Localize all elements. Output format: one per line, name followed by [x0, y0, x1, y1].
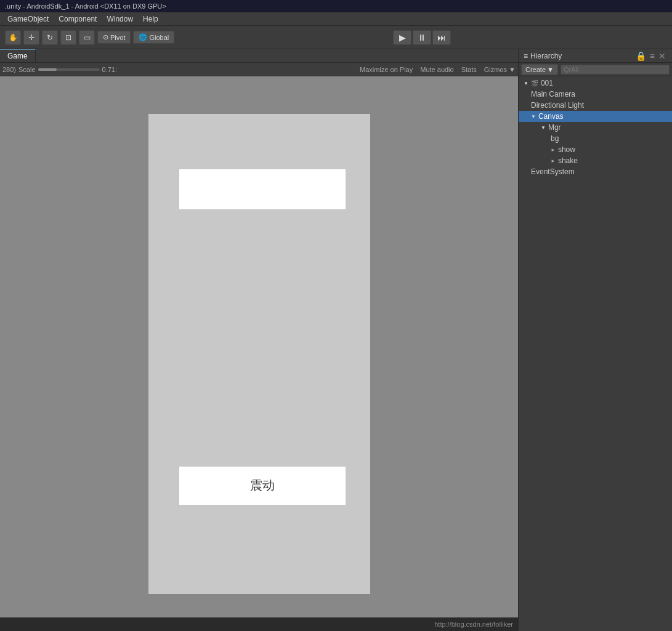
tree-item-label: EventSystem	[531, 167, 575, 176]
game-canvas-area: 震动 http://blog.csdn.net/folliker	[0, 76, 518, 631]
panel-controls: 🔒 ≡ ✕	[634, 51, 667, 61]
play-controls: ▶ ⏸ ⏭	[393, 30, 451, 45]
tree-item-label: Mgr	[548, 123, 561, 132]
bottom-url-bar: http://blog.csdn.net/folliker	[0, 617, 518, 631]
tree-item-label: Canvas	[538, 112, 564, 121]
hierarchy-toolbar: Create ▼	[519, 63, 672, 76]
game-controls-bar: 280) Scale 0.71: Maximize on Play Mute a…	[0, 63, 518, 76]
tree-item-label: shake	[558, 156, 578, 165]
scale-container: 280) Scale 0.71:	[2, 66, 117, 73]
tree-item-directional-light[interactable]: Directional Light	[519, 100, 672, 111]
create-btn[interactable]: Create ▼	[521, 64, 558, 75]
scale-label-text: 280)	[2, 66, 16, 73]
phone-frame: 震动	[148, 114, 370, 594]
scale-value: 0.71:	[102, 66, 117, 73]
pivot-btn[interactable]: ⊙ Pivot	[97, 31, 131, 44]
hierarchy-icon: ≡	[524, 52, 528, 60]
panel-menu-btn[interactable]: ≡	[649, 51, 656, 61]
right-controls: Maximize on Play Mute audio Stats Gizmos…	[360, 66, 516, 73]
move-tool-btn[interactable]: ✛	[23, 30, 39, 45]
tree-item-label: 001	[541, 79, 553, 87]
game-tab[interactable]: Game	[0, 49, 36, 62]
shake-button-text[interactable]: 震动	[250, 477, 275, 494]
tree-item-001[interactable]: ▼ 🎬 001	[519, 78, 672, 89]
global-icon: 🌐	[139, 33, 147, 41]
menu-component[interactable]: Component	[54, 14, 102, 25]
scale-label: Scale	[18, 66, 36, 73]
scale-bar[interactable]	[38, 68, 100, 71]
tree-item-show[interactable]: ► show	[519, 144, 672, 155]
tree-item-label: show	[558, 145, 575, 154]
tree-item-main-camera[interactable]: Main Camera	[519, 89, 672, 100]
arrow-icon: ▼	[531, 114, 536, 119]
scale-tool-btn[interactable]: ⊡	[60, 30, 76, 45]
hierarchy-tab[interactable]: ≡ Hierarchy	[524, 52, 562, 60]
bottom-white-box: 震动	[179, 467, 346, 505]
toolbar: ✋ ✛ ↻ ⊡ ▭ ⊙ Pivot 🌐 Global ▶ ⏸ ⏭	[0, 26, 672, 49]
tree-item-label: Directional Light	[531, 101, 584, 110]
hierarchy-title: Hierarchy	[530, 52, 562, 60]
tree-item-label: Main Camera	[531, 90, 575, 98]
hierarchy-header: ≡ Hierarchy 🔒 ≡ ✕	[519, 49, 672, 63]
tree-item-bg[interactable]: bg	[519, 133, 672, 144]
menu-help[interactable]: Help	[138, 14, 163, 25]
panel-close-btn[interactable]: ✕	[657, 51, 667, 61]
main-layout: Game 280) Scale 0.71: Maximize on Play M…	[0, 49, 672, 631]
arrow-icon: ►	[551, 147, 556, 153]
hierarchy-search[interactable]	[561, 65, 670, 74]
tree-item-mgr[interactable]: ▼ Mgr	[519, 122, 672, 133]
scene-icon: 🎬	[531, 80, 538, 87]
hierarchy-panel: ≡ Hierarchy 🔒 ≡ ✕ Create ▼ ▼ 🎬 001	[518, 49, 672, 631]
menu-bar: GameObject Component Window Help	[0, 12, 672, 26]
play-btn[interactable]: ▶	[393, 30, 411, 45]
game-tab-bar: Game	[0, 49, 518, 63]
rect-tool-btn[interactable]: ▭	[79, 30, 95, 45]
stats-label: Stats	[461, 66, 477, 73]
title-text: .unity - AndroidSdk_1 - Android <DX11 on…	[5, 2, 166, 10]
url-text: http://blog.csdn.net/folliker	[434, 621, 513, 628]
game-view: Game 280) Scale 0.71: Maximize on Play M…	[0, 49, 518, 631]
hierarchy-tree: ▼ 🎬 001 Main Camera Directional Light ▼ …	[519, 76, 672, 631]
pivot-icon: ⊙	[103, 33, 108, 41]
arrow-icon: ▼	[524, 81, 528, 86]
gizmos-label[interactable]: Gizmos ▼	[484, 66, 516, 73]
scale-bar-fill	[38, 68, 57, 71]
panel-lock-btn[interactable]: 🔒	[634, 51, 647, 61]
tree-item-label: bg	[551, 134, 559, 143]
rotate-tool-btn[interactable]: ↻	[42, 30, 58, 45]
maximize-label: Maximize on Play	[360, 66, 413, 73]
create-arrow: ▼	[547, 66, 554, 73]
arrow-icon: ▼	[541, 125, 546, 131]
pause-btn[interactable]: ⏸	[413, 30, 431, 45]
title-bar: .unity - AndroidSdk_1 - Android <DX11 on…	[0, 0, 672, 12]
menu-window[interactable]: Window	[102, 14, 138, 25]
tree-item-canvas[interactable]: ▼ Canvas	[519, 111, 672, 122]
tree-item-event-system[interactable]: EventSystem	[519, 166, 672, 177]
create-label: Create	[525, 66, 546, 73]
menu-gameobject[interactable]: GameObject	[2, 14, 54, 25]
step-btn[interactable]: ⏭	[432, 30, 451, 45]
top-white-box	[179, 169, 346, 209]
arrow-icon: ►	[551, 158, 556, 164]
mute-label: Mute audio	[420, 66, 453, 73]
tree-item-shake[interactable]: ► shake	[519, 155, 672, 166]
global-btn[interactable]: 🌐 Global	[133, 31, 174, 44]
hand-tool-btn[interactable]: ✋	[5, 30, 21, 45]
